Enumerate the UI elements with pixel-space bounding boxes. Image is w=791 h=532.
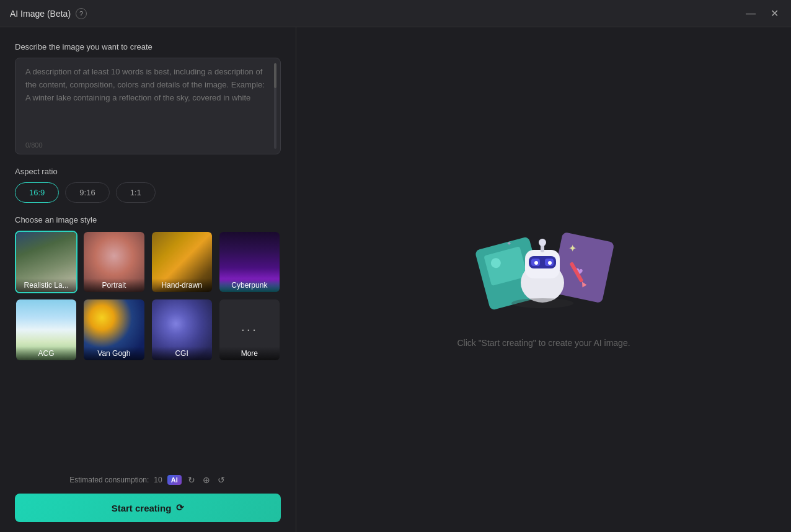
description-input[interactable]	[25, 66, 270, 134]
style-realistic[interactable]: Realistic La...	[15, 231, 77, 293]
description-section: Describe the image you want to create 0/…	[15, 42, 281, 154]
svg-point-18	[511, 298, 573, 308]
svg-text:✦: ✦	[506, 240, 511, 247]
svg-point-10	[534, 261, 538, 265]
start-creating-icon: ⟳	[176, 502, 184, 513]
titlebar-left: AI Image (Beta) ?	[10, 8, 87, 19]
aspect-ratio-label: Aspect ratio	[15, 167, 281, 176]
app-title: AI Image (Beta)	[10, 9, 71, 19]
style-acg[interactable]: ACG	[15, 298, 77, 361]
vangogh-label: Van Gogh	[84, 347, 144, 360]
refresh-consumption-button[interactable]: ↻	[187, 474, 197, 486]
style-handdrawn[interactable]: Hand-drawn	[151, 231, 213, 293]
realistic-label: Realistic La...	[16, 278, 76, 292]
start-creating-button[interactable]: Start creating ⟳	[15, 494, 281, 522]
style-label: Choose an image style	[15, 215, 281, 224]
aspect-16-9-button[interactable]: 16:9	[15, 182, 59, 203]
handdrawn-label: Hand-drawn	[152, 278, 212, 292]
more-label: More	[219, 347, 280, 360]
style-more[interactable]: ··· More	[218, 298, 281, 361]
close-button[interactable]: ✕	[768, 5, 781, 22]
hint-text: Click "Start creating" to create your AI…	[457, 338, 630, 348]
scrollbar	[274, 63, 276, 149]
main-layout: Describe the image you want to create 0/…	[0, 27, 791, 532]
style-cyberpunk[interactable]: Cyberpunk	[218, 231, 281, 293]
style-grid: Realistic La... Portrait Hand-drawn Cybe…	[15, 231, 281, 361]
aspect-1-1-button[interactable]: 1:1	[116, 182, 156, 203]
titlebar: AI Image (Beta) ? — ✕	[0, 0, 791, 27]
cgi-label: CGI	[152, 347, 212, 360]
ai-badge: AI	[167, 475, 182, 485]
minimize-button[interactable]: —	[743, 5, 758, 22]
scrollbar-thumb	[274, 63, 276, 88]
right-panel: ♥ ✦ ✦	[296, 27, 791, 532]
bottom-section: Estimated consumption: 10 AI ↻ ⊕ ↺ Start…	[15, 466, 281, 522]
style-section: Choose an image style Realistic La... Po…	[15, 215, 281, 361]
svg-point-11	[548, 261, 552, 265]
consumption-value: 10	[154, 476, 162, 484]
char-count: 0/800	[25, 141, 43, 149]
describe-label: Describe the image you want to create	[15, 42, 281, 51]
consumption-row: Estimated consumption: 10 AI ↻ ⊕ ↺	[15, 474, 281, 486]
svg-point-13	[539, 239, 546, 246]
help-icon[interactable]: ?	[76, 8, 87, 19]
portrait-label: Portrait	[84, 278, 144, 292]
start-creating-label: Start creating	[112, 503, 172, 513]
aspect-ratio-section: Aspect ratio 16:9 9:16 1:1	[15, 167, 281, 203]
ai-illustration: ♥ ✦ ✦	[469, 211, 618, 323]
textarea-wrapper: 0/800	[15, 58, 281, 154]
style-portrait[interactable]: Portrait	[82, 231, 145, 293]
style-cgi[interactable]: CGI	[151, 298, 213, 361]
style-vangogh[interactable]: Van Gogh	[82, 298, 145, 361]
aspect-buttons: 16:9 9:16 1:1	[15, 182, 281, 203]
window-controls: — ✕	[743, 5, 781, 22]
consumption-label: Estimated consumption:	[69, 476, 149, 484]
info-consumption-button[interactable]: ↺	[216, 474, 226, 486]
illustration-area: ♥ ✦ ✦	[457, 211, 630, 348]
left-panel: Describe the image you want to create 0/…	[0, 27, 296, 532]
cyberpunk-label: Cyberpunk	[219, 278, 280, 292]
acg-label: ACG	[16, 347, 76, 360]
aspect-9-16-button[interactable]: 9:16	[65, 182, 109, 203]
svg-text:✦: ✦	[568, 243, 577, 254]
add-credits-button[interactable]: ⊕	[201, 474, 211, 486]
